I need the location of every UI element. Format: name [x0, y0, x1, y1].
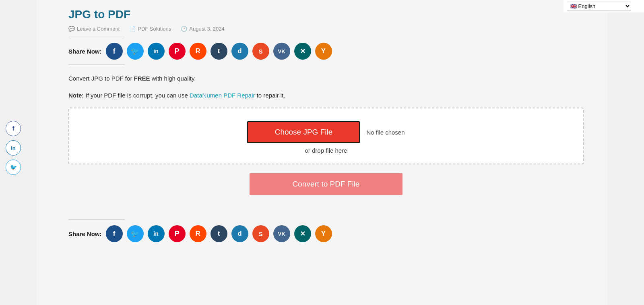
convert-to-pdf-btn[interactable]: Convert to PDF File: [250, 173, 402, 195]
choose-file-btn[interactable]: Choose JPG File: [247, 121, 360, 143]
share-vk-btn[interactable]: VK: [273, 43, 290, 60]
share-row-bottom: Share Now: f 🐦 in P R t d S VK ✕ Y: [68, 225, 584, 242]
facebook-letter: f: [12, 124, 14, 133]
comment-meta: 💬 Leave a Comment: [68, 26, 120, 32]
note-text: Note: If your PDF file is corrupt, you c…: [68, 91, 584, 100]
share-bottom-stumbleupon-btn[interactable]: S: [252, 225, 269, 242]
share-bottom-digg-btn[interactable]: d: [231, 225, 248, 242]
share-twitter-btn[interactable]: 🐦: [127, 43, 144, 60]
share-bottom-facebook-btn[interactable]: f: [106, 225, 123, 242]
share-stumbleupon-btn[interactable]: S: [252, 43, 269, 60]
category-meta: 📄 PDF Solutions: [129, 26, 171, 32]
twitter-bird: 🐦: [10, 164, 17, 170]
comment-label[interactable]: Leave a Comment: [77, 26, 120, 32]
intro-prefix: Convert JPG to PDF for: [68, 75, 134, 82]
bottom-section: Share Now: f 🐦 in P R t d S VK ✕ Y: [68, 219, 584, 242]
share-label-bottom: Share Now:: [68, 230, 102, 237]
share-label-top: Share Now:: [68, 48, 102, 55]
share-pinterest-btn[interactable]: P: [169, 43, 186, 60]
date-meta: 🕐 August 3, 2024: [181, 26, 224, 32]
share-bottom-tumblr-btn[interactable]: t: [211, 225, 227, 242]
share-bottom-xing-btn[interactable]: ✕: [294, 225, 311, 242]
share-bottom-yummly-btn[interactable]: Y: [315, 225, 332, 242]
share-bottom-linkedin-btn[interactable]: in: [148, 225, 165, 242]
linkedin-letter: in: [11, 145, 16, 151]
no-file-label: No file chosen: [366, 129, 405, 136]
language-select[interactable]: 🇬🇧 English French German Spanish: [567, 2, 631, 11]
sidebar-facebook-icon[interactable]: f: [6, 121, 21, 136]
note-prefix: If your PDF file is corrupt, you can use: [86, 92, 190, 99]
share-yummly-btn[interactable]: Y: [315, 43, 332, 60]
comment-icon: 💬: [68, 26, 75, 32]
share-linkedin-btn[interactable]: in: [148, 43, 165, 60]
share-tumblr-btn[interactable]: t: [211, 43, 227, 60]
datanumen-link[interactable]: DataNumen PDF Repair: [190, 92, 255, 99]
intro-free: FREE: [134, 75, 150, 82]
share-xing-btn[interactable]: ✕: [294, 43, 311, 60]
top-divider: [68, 37, 125, 37]
date-label: August 3, 2024: [189, 26, 224, 32]
main-content: JPG to PDF 💬 Leave a Comment 📄 PDF Solut…: [36, 0, 608, 305]
meta-bar: 💬 Leave a Comment 📄 PDF Solutions 🕐 Augu…: [68, 26, 584, 32]
share-bottom-twitter-btn[interactable]: 🐦: [127, 225, 144, 242]
sidebar-linkedin-icon[interactable]: in: [6, 140, 21, 156]
sidebar-twitter-icon[interactable]: 🐦: [6, 160, 21, 175]
second-divider: [68, 64, 125, 65]
bottom-top-divider: [68, 219, 125, 220]
share-bottom-vk-btn[interactable]: VK: [273, 225, 290, 242]
sidebar-social-icons: f in 🐦: [6, 121, 21, 175]
clock-icon: 🕐: [181, 26, 187, 32]
intro-suffix: with high quality.: [150, 75, 196, 82]
body-intro-text: Convert JPG to PDF for FREE with high qu…: [68, 74, 584, 83]
share-reddit-btn[interactable]: R: [190, 43, 206, 60]
category-label[interactable]: PDF Solutions: [138, 26, 171, 32]
language-bar: 🇬🇧 English French German Spanish: [564, 0, 644, 12]
drop-zone[interactable]: Choose JPG File No file chosen or drop f…: [68, 108, 584, 164]
share-row-top: Share Now: f 🐦 in P R t d S VK ✕ Y: [68, 43, 584, 60]
document-icon: 📄: [129, 26, 136, 32]
share-digg-btn[interactable]: d: [231, 43, 248, 60]
file-input-row: Choose JPG File No file chosen: [247, 121, 405, 143]
share-facebook-btn[interactable]: f: [106, 43, 123, 60]
note-suffix: to repair it.: [255, 92, 285, 99]
share-bottom-pinterest-btn[interactable]: P: [169, 225, 186, 242]
drop-hint-text: or drop file here: [305, 147, 347, 154]
page-title: JPG to PDF: [68, 8, 584, 21]
convert-btn-wrap: Convert to PDF File: [68, 173, 584, 195]
share-bottom-reddit-btn[interactable]: R: [190, 225, 206, 242]
note-bold-label: Note:: [68, 92, 86, 99]
